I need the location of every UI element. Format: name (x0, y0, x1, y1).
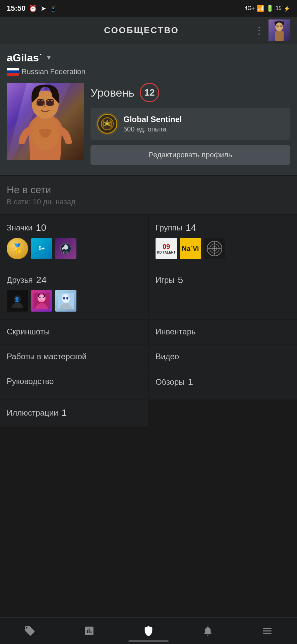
friends-label: Друзья (7, 275, 33, 285)
video-cell[interactable]: Видео (149, 344, 297, 369)
rank-card: Global Sentinel 500 ед. опыта (91, 108, 290, 140)
friend-1-avatar: 👤 (7, 290, 28, 312)
whatsapp-icon: 📱 (50, 4, 58, 12)
games-label: Игры (156, 275, 175, 285)
rank-xp: 500 ед. опыта (123, 125, 284, 133)
badge-gold-icon: 🥇 (7, 238, 28, 259)
status-bar: 15:50 ⏰ ➤ 📱 4G+ 📶 🔋 15 ⚡ (0, 0, 297, 17)
profile-avatar-image (7, 83, 84, 160)
svg-point-31 (38, 295, 45, 302)
online-status-text: Не в сети (7, 184, 290, 196)
online-status-section: Не в сети В сети: 10 дн. назад (0, 176, 297, 214)
groups-label: Группы (156, 223, 182, 232)
svg-text:2023: 2023 (63, 251, 69, 254)
svg-text:👤: 👤 (14, 297, 20, 302)
group-kd-icon: 09 KD TALENT (156, 238, 177, 259)
level-badge: 12 (140, 83, 159, 102)
svg-point-32 (39, 297, 41, 298)
reviews-cell[interactable]: Обзоры 1 (149, 369, 297, 399)
friends-icons: 👤 (7, 290, 141, 312)
games-count: 5 (178, 275, 183, 285)
friends-count: 24 (36, 275, 47, 285)
rank-info: Global Sentinel 500 ед. опыта (123, 115, 284, 133)
illustrations-label: Иллюстрации (7, 408, 58, 418)
rank-name: Global Sentinel (123, 115, 284, 124)
rank-emblem (97, 113, 118, 135)
friend-2-avatar (31, 290, 52, 312)
svg-point-38 (66, 297, 68, 300)
friend-3-avatar (55, 290, 76, 312)
status-time: 15:50 (7, 4, 25, 13)
group-target-icon (204, 238, 225, 259)
header-title: СООБЩЕСТВО (28, 25, 254, 36)
badge-5plus-icon: 5+ (31, 238, 52, 259)
workshop-label: Работы в мастерской (7, 352, 86, 361)
inventory-cell[interactable]: Инвентарь (149, 320, 297, 344)
profile-info: Уровень 12 (91, 83, 290, 165)
signal-icon: 📶 (257, 5, 264, 12)
svg-point-16 (106, 123, 108, 125)
last-online-text: В сети: 10 дн. назад (7, 198, 290, 206)
badges-icons: 🥇 5+ 2023 (7, 238, 141, 259)
alarm-icon: ⏰ (29, 4, 37, 12)
svg-rect-2 (275, 31, 284, 41)
svg-rect-5 (276, 25, 279, 27)
guides-cell[interactable]: Руководство (0, 369, 148, 399)
games-cell[interactable]: Игры 5 (149, 267, 297, 319)
level-label: Уровень (91, 86, 134, 99)
battery-icon: 🔋 (266, 5, 274, 12)
nav-bell[interactable] (178, 618, 238, 644)
svg-point-24 (214, 248, 215, 249)
illustrations-count: 1 (62, 408, 67, 418)
header-avatar[interactable] (269, 19, 290, 41)
groups-count: 14 (186, 222, 196, 233)
screenshots-cell[interactable]: Скриншоты (0, 320, 148, 344)
friends-cell[interactable]: Друзья 24 👤 (0, 267, 148, 319)
country-flag (7, 68, 19, 76)
guides-label: Руководство (7, 377, 54, 386)
svg-point-37 (63, 297, 65, 300)
dropdown-icon[interactable]: ▼ (46, 54, 52, 61)
inventory-label: Инвентарь (156, 327, 196, 336)
svg-point-33 (43, 297, 44, 298)
illustrations-cell[interactable]: Иллюстрации 1 (0, 400, 148, 427)
reviews-count: 1 (188, 377, 193, 387)
navigation-icon: ➤ (41, 4, 46, 12)
reviews-label: Обзоры (156, 377, 185, 387)
groups-cell[interactable]: Группы 14 09 KD TALENT Na`Vi (149, 215, 297, 267)
groups-icons: 09 KD TALENT Na`Vi (156, 238, 290, 259)
profile-avatar[interactable] (7, 83, 84, 160)
profile-username: aGilas` (7, 52, 43, 64)
network-type: 4G+ (245, 5, 255, 11)
badge-steam2023-icon: 2023 (55, 238, 76, 259)
more-options-icon[interactable]: ⋮ (254, 25, 264, 36)
country-name: Russian Federation (21, 67, 85, 76)
group-navi-icon: Na`Vi (180, 238, 201, 259)
nav-tags[interactable] (0, 618, 59, 644)
badges-cell[interactable]: Значки 10 🥇 5+ 2023 (0, 215, 148, 267)
home-indicator (128, 640, 169, 642)
charging-icon: ⚡ (284, 5, 290, 12)
workshop-cell[interactable]: Работы в мастерской (0, 344, 148, 369)
battery-level: 15 (276, 5, 282, 11)
stats-grid: Значки 10 🥇 5+ 2023 Группы 14 09 (0, 215, 297, 427)
profile-section: aGilas` ▼ Russian Federation (0, 44, 297, 175)
video-label: Видео (156, 352, 179, 361)
screenshots-label: Скриншоты (7, 327, 50, 336)
nav-menu[interactable] (238, 618, 297, 644)
badges-count: 10 (36, 222, 46, 233)
svg-rect-6 (280, 25, 283, 27)
badges-label: Значки (7, 223, 33, 232)
bottom-navigation (0, 617, 297, 644)
header: СООБЩЕСТВО ⋮ (0, 17, 297, 44)
edit-profile-button[interactable]: Редактировать профиль (91, 145, 290, 165)
nav-feed[interactable] (59, 618, 119, 644)
